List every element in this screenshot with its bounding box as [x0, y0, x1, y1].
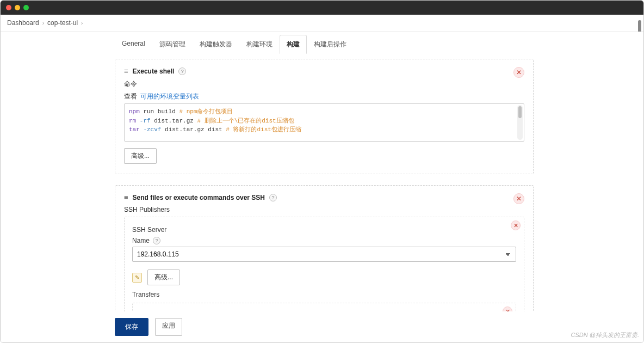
- remove-server-button[interactable]: ✕: [511, 220, 521, 230]
- apply-button[interactable]: 应用: [155, 318, 182, 336]
- tab-build[interactable]: 构建: [280, 35, 307, 54]
- breadcrumb: Dashboard › cop-test-ui ›: [1, 15, 643, 32]
- chevron-right-icon: ›: [42, 20, 44, 26]
- ssh-advanced-button[interactable]: 高级...: [147, 270, 180, 285]
- ssh-panel-title: Send files or execute commands over SSH: [133, 194, 265, 201]
- window-zoom-dot[interactable]: [23, 5, 29, 10]
- tab-triggers[interactable]: 构建触发器: [193, 35, 239, 54]
- env-vars-link[interactable]: 可用的环境变量列表: [140, 92, 199, 101]
- drag-handle-icon[interactable]: ≡: [124, 67, 128, 75]
- save-button[interactable]: 保存: [115, 318, 148, 336]
- tab-env[interactable]: 构建环境: [239, 35, 280, 54]
- ssh-server-label: SSH Server: [132, 226, 516, 234]
- drag-handle-icon[interactable]: ≡: [124, 193, 128, 201]
- transfers-label: Transfers: [132, 291, 516, 298]
- footer-actions: 保存 应用: [115, 311, 534, 342]
- remove-step-button[interactable]: ✕: [513, 67, 524, 78]
- shell-command-editor[interactable]: npm run build # npm命令打包项目 rm -rf dist.ta…: [124, 103, 524, 142]
- watermark-text: CSDN @掉头发的王富贵.: [571, 331, 639, 339]
- see-label: 查看: [124, 92, 137, 101]
- help-icon[interactable]: ?: [178, 68, 186, 75]
- config-tabs: General 源码管理 构建触发器 构建环境 构建 构建后操作: [115, 35, 534, 53]
- tab-post[interactable]: 构建后操作: [307, 35, 354, 54]
- window-titlebar: [1, 1, 643, 15]
- execute-shell-title: Execute shell: [133, 68, 175, 75]
- ssh-name-label: Name: [132, 237, 150, 244]
- ssh-server-select[interactable]: 192.168.0.115: [132, 247, 516, 262]
- chevron-right-icon: ›: [81, 20, 83, 26]
- note-icon: ✎: [132, 273, 142, 283]
- window-minimize-dot[interactable]: [15, 5, 20, 10]
- ssh-publishers-label: SSH Publishers: [124, 206, 524, 213]
- execute-shell-panel: ≡ Execute shell ? ✕ 命令 查看 可用的环境变量列表 npm …: [115, 59, 534, 174]
- help-icon[interactable]: ?: [153, 237, 160, 244]
- advanced-button[interactable]: 高级...: [124, 148, 157, 164]
- help-icon[interactable]: ?: [269, 194, 277, 201]
- command-label: 命令: [124, 79, 137, 89]
- breadcrumb-dashboard[interactable]: Dashboard: [7, 19, 39, 27]
- remove-step-button[interactable]: ✕: [513, 193, 524, 204]
- tab-scm[interactable]: 源码管理: [152, 35, 193, 54]
- window-close-dot[interactable]: [6, 5, 11, 10]
- editor-scrollbar[interactable]: [517, 105, 523, 140]
- breadcrumb-project[interactable]: cop-test-ui: [47, 19, 78, 27]
- tab-general[interactable]: General: [115, 35, 152, 54]
